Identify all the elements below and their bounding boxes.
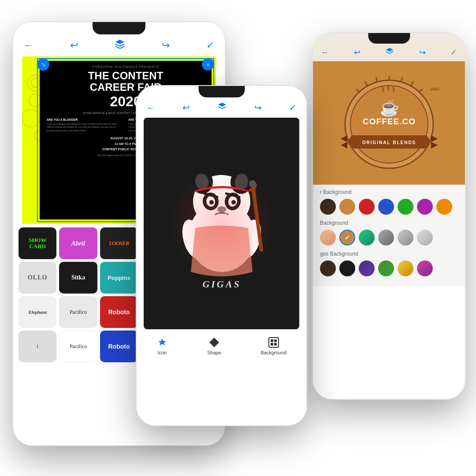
right-confirm-button[interactable]: ✓ — [450, 48, 457, 57]
poster-col1: ARE YOU A BLOGGER If you are a blogger, … — [44, 118, 126, 133]
mid-undo-button[interactable]: ↩ — [182, 102, 190, 113]
svg-point-1 — [31, 78, 40, 87]
notch-mid — [198, 86, 245, 97]
color-swatch[interactable] — [398, 199, 413, 215]
mid-canvas: GIGAS — [144, 118, 299, 329]
phone-mid: ← ↩ ↪ ✓ — [137, 86, 306, 425]
coffee-badge: ☕ COFFEE.CO ORIGINAL BLENDS — [341, 74, 438, 172]
color-row-2 — [320, 260, 458, 276]
color-swatch-selected[interactable]: ✓ — [339, 230, 355, 245]
redo-button[interactable]: ↪ — [162, 40, 170, 51]
resize-handle[interactable]: ⤡ — [37, 58, 49, 71]
scene: ← ↩ ↪ ✓ — [0, 0, 476, 476]
color-swatch[interactable] — [339, 199, 355, 215]
svg-point-3 — [22, 109, 40, 127]
svg-rect-39 — [271, 339, 273, 342]
color-swatch[interactable] — [359, 230, 375, 245]
mid-redo-button[interactable]: ↪ — [254, 102, 262, 113]
color-swatch[interactable] — [398, 260, 413, 276]
layers-button[interactable] — [115, 39, 125, 52]
color-section-2-title: ges Background — [320, 251, 458, 257]
font-tile-roboto2[interactable]: Roboto — [100, 331, 138, 362]
coffee-canvas: ☕ COFFEE.CO ORIGINAL BLENDS — [313, 61, 465, 185]
svg-text:ORIGINAL BLENDS: ORIGINAL BLENDS — [362, 140, 416, 145]
mid-layers-button[interactable] — [217, 102, 227, 113]
color-swatch[interactable] — [378, 199, 394, 215]
right-undo-button[interactable]: ↩ — [354, 48, 361, 57]
mid-back-button[interactable]: ← — [146, 103, 155, 113]
mid-confirm-button[interactable]: ✓ — [289, 102, 297, 113]
color-section-2: ges Background — [320, 251, 458, 276]
tab-shape-label: Shape — [207, 350, 221, 355]
color-section-0: r Background — [320, 189, 458, 215]
color-swatch[interactable] — [359, 199, 375, 215]
font-tile-looser[interactable]: LOOSER — [100, 227, 138, 259]
coffee-year: .2021 — [430, 87, 440, 91]
confirm-button[interactable]: ✓ — [206, 40, 214, 51]
font-tile-roboto[interactable]: Roboto — [100, 296, 138, 328]
mid-tabs: Icon Shape Background — [137, 329, 306, 360]
right-redo-button[interactable]: ↪ — [419, 48, 426, 57]
svg-rect-38 — [269, 338, 279, 347]
color-row-0 — [320, 199, 458, 215]
right-back-button[interactable]: ← — [321, 48, 329, 57]
color-section-1: Background ✓ — [320, 220, 458, 245]
color-swatch[interactable] — [359, 260, 375, 276]
font-tile-showcard[interactable]: SHOWCARD — [19, 227, 56, 259]
color-swatch[interactable] — [417, 260, 433, 276]
font-tile-pacifico[interactable]: Pacifico — [59, 296, 97, 328]
color-row-1: ✓ — [320, 230, 458, 245]
svg-rect-41 — [271, 343, 273, 346]
color-section-1-title: Background — [320, 220, 458, 226]
svg-rect-42 — [274, 343, 277, 346]
notch-main — [93, 22, 145, 34]
back-button[interactable]: ← — [24, 40, 33, 51]
color-swatch[interactable] — [417, 230, 433, 245]
color-swatch[interactable] — [320, 199, 336, 215]
color-swatch[interactable] — [320, 260, 336, 276]
right-layers-button[interactable] — [385, 47, 394, 58]
notch-right — [368, 33, 410, 44]
tab-icon[interactable]: Icon — [156, 337, 168, 355]
color-swatch[interactable] — [436, 199, 452, 215]
close-handle[interactable]: × — [202, 58, 214, 71]
font-tile-sitka[interactable]: Sitka — [59, 262, 97, 294]
font-tile-apollo[interactable]: OLLO — [19, 262, 56, 294]
color-swatch[interactable] — [320, 230, 336, 245]
color-swatch[interactable] — [378, 260, 394, 276]
color-swatch[interactable] — [378, 230, 394, 245]
tab-background[interactable]: Background — [261, 337, 287, 355]
font-tile-elephant[interactable]: Elephant — [19, 296, 56, 328]
tab-icon-label: Icon — [157, 350, 167, 355]
svg-text:COFFEE.CO: COFFEE.CO — [363, 117, 416, 126]
undo-button[interactable]: ↩ — [70, 40, 78, 51]
color-section-0-title: r Background — [320, 189, 458, 195]
poster-presenter: COREZONE MULTIMEDIA PRESENTS — [44, 65, 207, 68]
font-tile-pacifico2[interactable]: Pacifico — [59, 331, 97, 362]
font-tile-unnamed[interactable]: t — [19, 331, 56, 362]
svg-rect-40 — [274, 339, 277, 342]
color-panels: r Background Background — [313, 185, 465, 286]
color-swatch[interactable] — [417, 199, 433, 215]
svg-text:GIGAS: GIGAS — [202, 279, 241, 290]
color-swatch[interactable] — [398, 230, 413, 245]
font-tile-abril[interactable]: Abril — [59, 227, 97, 259]
svg-text:☕: ☕ — [379, 98, 399, 117]
font-tile-poppins[interactable]: Poppins — [100, 262, 138, 294]
tab-shape[interactable]: Shape — [207, 337, 221, 355]
tab-background-label: Background — [261, 350, 287, 355]
color-swatch[interactable] — [339, 260, 355, 276]
phone-right: ← ↩ ↪ ✓ — [313, 33, 465, 399]
